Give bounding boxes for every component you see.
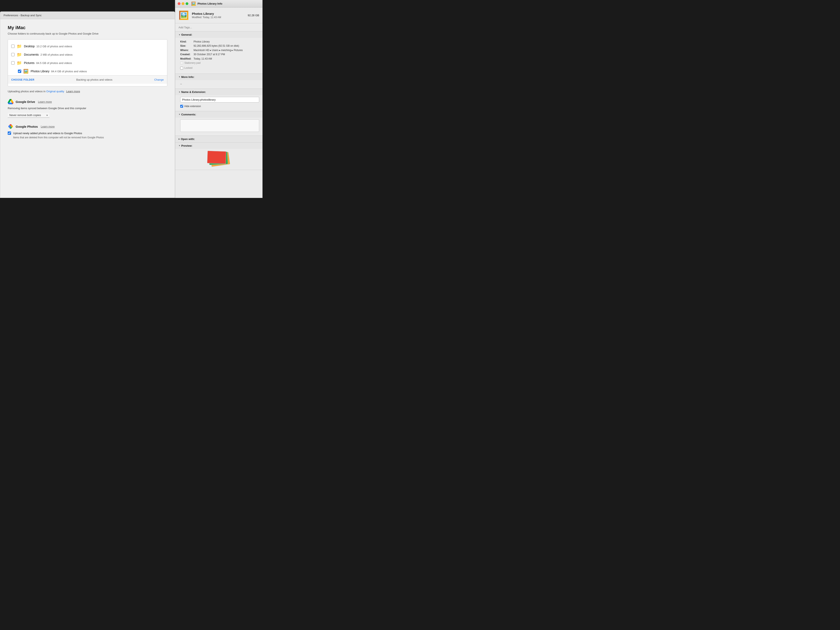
my-imac-heading: My iMac [8, 25, 167, 30]
pictures-checkbox[interactable] [11, 61, 14, 65]
stationery-row: Stationery pad [180, 61, 259, 65]
upload-learn-more-link[interactable]: Learn more [66, 90, 80, 93]
more-info-triangle-icon: ▼ [178, 76, 180, 78]
pictures-size-text: 84.5 GB of photos and videos [36, 62, 72, 65]
library-header: 🖼️ Photos Library Modified: Today, 11:43… [175, 8, 262, 23]
drive-learn-more-link[interactable]: Learn more [38, 100, 52, 103]
folder-box-footer: CHOOSE FOLDER Backing up photos and vide… [8, 76, 167, 84]
locked-row: Locked [180, 66, 259, 70]
preferences-titlebar: Preferences - Backup and Sync [0, 12, 175, 19]
photos-library-item: 🖼️ Photos Library 84.4 GB of photos and … [8, 67, 167, 76]
name-ext-title: Name & Extension: [181, 90, 206, 93]
photos-library-size-text: 84.4 GB of photos and videos [51, 70, 87, 73]
comments-section: ▼ Comments: [175, 111, 262, 136]
more-info-header[interactable]: ▼ More Info: [175, 74, 262, 80]
documents-folder-label: Documents 2 MB of photos and videos [24, 53, 73, 57]
size-value: 92,282,686,925 bytes (92.51 GB on disk) [194, 44, 239, 48]
created-row: Created: 30 October 2017 at 9:17 PM [180, 52, 259, 57]
close-button[interactable] [178, 2, 180, 5]
remove-policy-dropdown[interactable]: Never remove both copies Remove drive co… [8, 113, 49, 118]
tags-input[interactable] [178, 26, 259, 29]
locked-label: Locked [185, 66, 193, 70]
documents-folder-item: 📁 Documents 2 MB of photos and videos [8, 51, 167, 59]
comments-title: Comments: [181, 113, 196, 116]
open-with-header[interactable]: ▶ Open with: [175, 136, 262, 142]
library-large-icon: 🖼️ [178, 10, 189, 20]
name-ext-header[interactable]: ▼ Name & Extension: [175, 89, 262, 95]
library-modified: Modified: Today, 11:43 AM [192, 16, 245, 19]
desktop-checkbox[interactable] [11, 44, 14, 48]
preview-triangle-icon: ▼ [178, 145, 180, 147]
google-drive-icon [8, 99, 14, 104]
photos-name: Google Photos [16, 125, 38, 128]
preferences-content: My iMac Choose folders to continuously b… [0, 19, 175, 198]
more-info-title: More Info: [181, 76, 194, 79]
change-link[interactable]: Change [154, 78, 164, 81]
locked-checkbox[interactable] [180, 67, 183, 69]
kind-row: Kind: Photos Library [180, 39, 259, 44]
preview-body [175, 149, 262, 170]
more-info-body: -- [175, 80, 262, 88]
documents-checkbox[interactable] [11, 53, 14, 56]
where-row: Where: Macintosh HD ▸ Users ▸ meiching ▸… [180, 48, 259, 52]
traffic-lights [178, 2, 188, 5]
info-titlebar: 🖼️ Photos Library Info [175, 0, 262, 8]
created-value: 30 October 2017 at 9:17 PM [194, 52, 225, 57]
more-info-section: ▼ More Info: -- [175, 74, 262, 89]
drive-service-header: Google Drive Learn more [8, 99, 167, 104]
general-section: ▼ General: Kind: Photos Library Size: 92… [175, 32, 262, 74]
comments-body [175, 118, 262, 136]
my-imac-subtitle: Choose folders to continuously back up t… [8, 32, 167, 35]
photos-learn-more-link[interactable]: Learn more [41, 125, 55, 128]
pictures-folder-label: Pictures 84.5 GB of photos and videos [24, 61, 72, 65]
general-header[interactable]: ▼ General: [175, 32, 262, 38]
maximize-button[interactable] [186, 2, 188, 5]
documents-name-text: Documents [24, 53, 39, 56]
preview-card-3 [207, 151, 226, 164]
photos-library-checkbox[interactable] [18, 69, 21, 73]
panel-title: Photos Library Info [197, 2, 222, 5]
choose-folder-button[interactable]: CHOOSE FOLDER [11, 78, 35, 81]
hide-extension-checkbox[interactable] [180, 105, 183, 108]
modified-label: Modified: [180, 57, 193, 61]
desktop-folder-name: Desktop 10.2 GB of photos and videos [24, 44, 72, 48]
more-info-value: -- [180, 82, 182, 85]
drive-name: Google Drive [16, 100, 35, 104]
panel-app-icon: 🖼️ [191, 2, 196, 6]
comments-textarea[interactable] [180, 119, 259, 132]
general-triangle-icon: ▼ [178, 34, 180, 36]
google-drive-section: Google Drive Learn more Removing items s… [8, 99, 167, 118]
modified-row: Modified: Today, 11:43 AM [180, 57, 259, 61]
hide-extension-label: Hide extension [185, 104, 201, 108]
preview-header[interactable]: ▼ Preview: [175, 142, 262, 149]
library-name: Photos Library [192, 12, 245, 16]
preview-section: ▼ Preview: [175, 142, 262, 170]
open-with-triangle-icon: ▶ [178, 138, 180, 140]
desktop-name-text: Desktop [24, 44, 35, 48]
original-quality-link[interactable]: Original quality [46, 90, 64, 93]
created-label: Created: [180, 52, 193, 57]
comments-triangle-icon: ▼ [178, 113, 180, 115]
svg-point-3 [8, 125, 11, 128]
size-label: Size: [180, 44, 193, 48]
desktop-folder-icon: 📁 [17, 44, 22, 49]
tags-field [175, 23, 262, 32]
library-size: 92.28 GB [248, 14, 259, 17]
upload-photos-checkbox[interactable] [8, 131, 11, 135]
preview-title: Preview: [181, 144, 192, 147]
removing-text: Removing items synced between Google Dri… [8, 107, 167, 110]
hide-extension-row: Hide extension [180, 104, 259, 108]
upload-quality-row: Uploading photos and videos in Original … [8, 90, 167, 93]
filename-input[interactable] [180, 97, 259, 103]
comments-header[interactable]: ▼ Comments: [175, 111, 262, 118]
name-extension-section: ▼ Name & Extension: Hide extension [175, 89, 262, 111]
stationery-checkbox[interactable] [180, 62, 183, 65]
size-row: Size: 92,282,686,925 bytes (92.51 GB on … [180, 44, 259, 48]
upload-photos-row: Upload newly added photos and videos to … [8, 131, 167, 135]
preview-stack [207, 151, 232, 168]
minimize-button[interactable] [182, 2, 185, 5]
name-ext-triangle-icon: ▼ [178, 91, 180, 93]
dropdown-row: Never remove both copies Remove drive co… [8, 113, 167, 118]
documents-folder-icon: 📁 [17, 52, 22, 57]
open-with-title: Open with: [181, 137, 195, 141]
